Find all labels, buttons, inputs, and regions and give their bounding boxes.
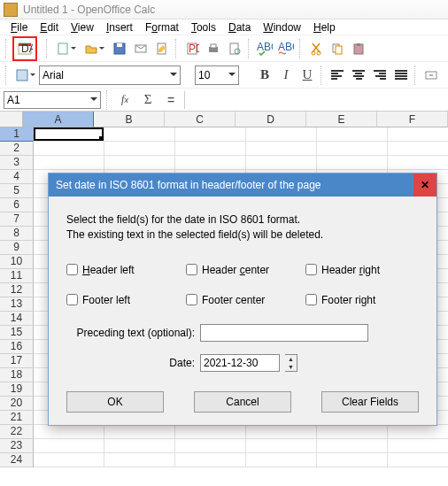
merge-cells-button[interactable]	[421, 66, 441, 85]
cell[interactable]	[104, 127, 175, 142]
underline-button[interactable]: U	[297, 66, 317, 85]
column-header-B[interactable]: B	[94, 112, 165, 127]
cell[interactable]	[388, 142, 448, 156]
font-size-select[interactable]: 10	[195, 66, 239, 85]
align-justify-button[interactable]	[391, 66, 411, 85]
cell[interactable]	[34, 156, 104, 170]
date-input[interactable]	[200, 354, 280, 372]
row-header-1[interactable]: 1	[0, 127, 34, 142]
row-header-23[interactable]: 23	[0, 439, 34, 453]
open-button[interactable]	[81, 39, 101, 58]
cell[interactable]	[175, 142, 246, 156]
checkbox-footer-center[interactable]: Footer center	[186, 294, 297, 306]
export-pdf-button[interactable]: PDF	[182, 39, 202, 58]
preceding-text-input[interactable]	[200, 324, 368, 342]
menu-file[interactable]: File	[5, 20, 33, 35]
row-header-2[interactable]: 2	[0, 142, 34, 156]
menu-tools[interactable]: Tools	[186, 20, 221, 35]
cell[interactable]	[246, 142, 317, 156]
print-button[interactable]	[204, 39, 223, 58]
row-header-8[interactable]: 8	[0, 227, 34, 241]
row-header-17[interactable]: 17	[0, 354, 34, 368]
column-header-F[interactable]: F	[377, 112, 448, 127]
cell[interactable]	[34, 453, 104, 467]
dialog-close-button[interactable]: ✕	[413, 174, 436, 197]
cell[interactable]	[317, 127, 388, 142]
cell[interactable]	[34, 439, 104, 453]
align-left-button[interactable]	[328, 66, 347, 85]
row-header-21[interactable]: 21	[0, 411, 34, 425]
row-header-24[interactable]: 24	[0, 453, 34, 467]
sum-button[interactable]: Σ	[138, 90, 158, 110]
checkbox-header-center[interactable]: Header center	[186, 264, 297, 276]
bold-button[interactable]: B	[255, 66, 274, 85]
cell[interactable]	[317, 453, 388, 467]
spellcheck-button[interactable]: ABC	[255, 39, 274, 58]
row-header-5[interactable]: 5	[0, 184, 34, 198]
cell[interactable]	[175, 156, 246, 170]
select-all-corner[interactable]	[0, 112, 23, 127]
row-header-16[interactable]: 16	[0, 340, 34, 354]
cell[interactable]	[246, 425, 317, 439]
cell[interactable]	[388, 439, 448, 453]
italic-button[interactable]: I	[276, 66, 296, 85]
function-button[interactable]: =	[161, 90, 181, 110]
paste-button[interactable]	[349, 39, 368, 58]
checkbox-header-left[interactable]: Header left	[66, 264, 177, 276]
column-header-E[interactable]: E	[306, 112, 377, 127]
cancel-button[interactable]: Cancel	[194, 391, 291, 413]
cell[interactable]	[34, 127, 104, 142]
cell[interactable]	[104, 156, 175, 170]
row-header-22[interactable]: 22	[0, 425, 34, 439]
cut-button[interactable]	[306, 39, 326, 58]
cell[interactable]	[175, 127, 246, 142]
row-header-14[interactable]: 14	[0, 312, 34, 326]
cell[interactable]	[246, 439, 317, 453]
menu-help[interactable]: Help	[308, 20, 341, 35]
copy-button[interactable]	[328, 39, 347, 58]
column-header-C[interactable]: C	[165, 112, 236, 127]
menu-data[interactable]: Data	[223, 20, 256, 35]
column-header-D[interactable]: D	[236, 112, 306, 127]
styles-button[interactable]	[12, 66, 32, 85]
row-header-6[interactable]: 6	[0, 198, 34, 212]
cell[interactable]	[34, 142, 104, 156]
cell[interactable]	[388, 453, 448, 467]
menu-window[interactable]: Window	[258, 20, 306, 35]
cell[interactable]	[388, 156, 448, 170]
row-header-3[interactable]: 3	[0, 156, 34, 170]
menu-format[interactable]: Format	[140, 20, 184, 35]
checkbox-header-right[interactable]: Header right	[305, 264, 416, 276]
clear-fields-button[interactable]: Clear Fields	[321, 391, 419, 413]
cell[interactable]	[104, 425, 175, 439]
cell[interactable]	[388, 127, 448, 142]
row-header-13[interactable]: 13	[0, 297, 34, 312]
row-header-7[interactable]: 7	[0, 212, 34, 227]
date-spinner[interactable]: ▲▼	[285, 354, 297, 372]
cell[interactable]	[104, 453, 175, 467]
cell[interactable]	[104, 142, 175, 156]
menu-edit[interactable]: Edit	[35, 20, 64, 35]
row-header-15[interactable]: 15	[0, 326, 34, 340]
row-header-10[interactable]: 10	[0, 255, 34, 269]
row-header-18[interactable]: 18	[0, 368, 34, 382]
cell[interactable]	[317, 156, 388, 170]
cell[interactable]	[246, 127, 317, 142]
cell[interactable]	[388, 425, 448, 439]
ok-button[interactable]: OK	[66, 391, 164, 413]
row-header-20[interactable]: 20	[0, 397, 34, 411]
font-name-select[interactable]: Arial	[39, 66, 181, 85]
column-header-A[interactable]: A	[23, 112, 94, 127]
cell[interactable]	[317, 425, 388, 439]
save-button[interactable]	[110, 39, 129, 58]
function-wizard-button[interactable]: fx	[115, 90, 135, 110]
row-header-12[interactable]: 12	[0, 283, 34, 297]
cell[interactable]	[246, 453, 317, 467]
cell[interactable]	[175, 453, 246, 467]
cell[interactable]	[317, 439, 388, 453]
row-header-19[interactable]: 19	[0, 382, 34, 397]
checkbox-footer-left[interactable]: Footer left	[66, 294, 177, 306]
row-header-4[interactable]: 4	[0, 170, 34, 184]
cell[interactable]	[175, 425, 246, 439]
print-preview-button[interactable]	[225, 39, 244, 58]
